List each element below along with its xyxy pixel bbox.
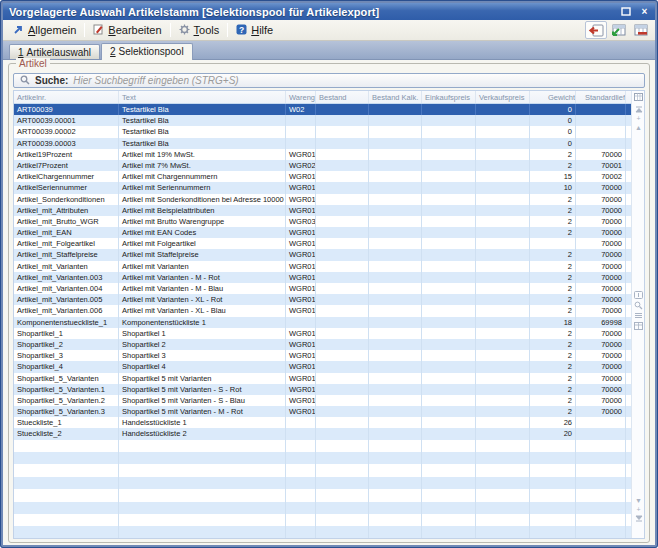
cell-verkaufspreis — [476, 249, 530, 260]
table-row[interactable]: Artikel19ProzentArtikel mit 19% MwSt.WGR… — [14, 149, 644, 160]
search-rail-icon[interactable] — [634, 301, 643, 310]
cell-bestand_kalk — [369, 328, 422, 339]
cell-text: Artikel mit Seriennummern — [119, 182, 286, 193]
column-header-wareng[interactable]: Wareng — [286, 91, 316, 103]
table-row[interactable]: Shopartikel_3Shopartikel 3WGR01270000 — [14, 350, 644, 361]
cell-bestand — [316, 395, 369, 406]
table-row[interactable]: Shopartikel_5_VariantenShopartikel 5 mit… — [14, 373, 644, 384]
cell-einkaufspreis — [422, 317, 476, 328]
scroll-top-icon[interactable] — [635, 106, 643, 113]
cell-verkaufspreis — [476, 361, 530, 372]
table-row[interactable]: Shopartikel_5_Varianten.3Shopartikel 5 m… — [14, 406, 644, 417]
column-header-bestand[interactable]: Bestand — [316, 91, 369, 103]
column-header-bestand_kalk[interactable]: Bestand Kalk. — [369, 91, 422, 103]
table-row[interactable]: Artikel_mit_StaffelpreiseArtikel mit Sta… — [14, 249, 644, 260]
cell-verkaufspreis — [476, 160, 530, 171]
cell-verkaufspreis — [476, 283, 530, 294]
column-header-einkaufspreis[interactable]: Einkaufspreis — [422, 91, 476, 103]
edit-grid-icon[interactable] — [634, 322, 643, 330]
cell-artikelnr: Artikel_mit_Attributen — [14, 205, 119, 216]
table-row[interactable]: Shopartikel_5_Varianten.1Shopartikel 5 m… — [14, 384, 644, 395]
column-header-standardlief[interactable]: Standardlief — [576, 91, 626, 103]
column-header-verkaufspreis[interactable]: Verkaufspreis — [476, 91, 530, 103]
cell-standardlief: 70000 — [576, 384, 626, 395]
table-row[interactable]: Artikel_mit_Varianten.006Artikel mit Var… — [14, 305, 644, 316]
cell-artikelnr: Shopartikel_4 — [14, 361, 119, 372]
cell-wareng: WGR01 — [286, 384, 316, 395]
table-row[interactable]: ArtikelChargennummerArtikel mit Chargenn… — [14, 171, 644, 182]
list-icon[interactable] — [634, 312, 643, 320]
table-row[interactable]: Artikel_mit_VariantenArtikel mit Variant… — [14, 261, 644, 272]
cell-wareng: WGR02 — [286, 160, 316, 171]
table-row[interactable]: Artikel_mit_FolgeartikelArtikel mit Folg… — [14, 238, 644, 249]
search-input[interactable]: Suche: Hier Suchbegriff eingeben (STRG+S… — [13, 73, 645, 88]
column-header-text[interactable]: Text — [119, 91, 286, 103]
cell-verkaufspreis — [476, 339, 530, 350]
title-bar[interactable]: Vorgelagerte Auswahl Artikelstamm [Selek… — [3, 3, 655, 20]
cell-bestand_kalk — [369, 294, 422, 305]
table-row[interactable]: Artikel_mit_Varianten.003Artikel mit Var… — [14, 272, 644, 283]
table-row[interactable]: ART00039.00003Testartikel Bla0 — [14, 138, 644, 149]
cell-standardlief: 70000 — [576, 205, 626, 216]
column-chooser-icon[interactable] — [634, 93, 643, 101]
table-row[interactable]: Artikel_mit_Varianten.005Artikel mit Var… — [14, 294, 644, 305]
cell-bestand — [316, 406, 369, 417]
table-row[interactable]: Stueckliste_2Handelsstückliste 220 — [14, 428, 644, 439]
menu-bearbeiten[interactable]: Bearbeiten — [87, 22, 167, 39]
artikel-groupbox: Artikel Suche: Hier Suchbegriff eingeben… — [8, 63, 650, 543]
table-row[interactable]: Shopartikel_5_Varianten.2Shopartikel 5 m… — [14, 395, 644, 406]
scroll-bottom-icon[interactable] — [635, 515, 643, 522]
table-row[interactable]: Artikel_mit_AttributenArtikel mit Beispi… — [14, 205, 644, 216]
cell-wareng: WGR03 — [286, 216, 316, 227]
cell-text: Shopartikel 1 — [119, 328, 286, 339]
table-row[interactable]: Stueckliste_1Handelsstückliste 126 — [14, 417, 644, 428]
scroll-up-page-icon[interactable]: + — [636, 115, 640, 122]
cell-bestand_kalk — [369, 361, 422, 372]
empty-row — [14, 489, 644, 501]
table-row[interactable]: Shopartikel_4Shopartikel 4WGR01270000 — [14, 361, 644, 372]
table-row[interactable]: Artikel_mit_Varianten.004Artikel mit Var… — [14, 283, 644, 294]
apply-close-icon[interactable] — [585, 21, 607, 39]
cell-standardlief — [576, 417, 626, 428]
table-row[interactable]: ART00039Testartikel BlaW020 — [14, 104, 644, 115]
export-add-icon[interactable] — [607, 21, 629, 39]
restore-icon[interactable] — [619, 6, 632, 18]
cell-bestand — [316, 428, 369, 439]
cell-gewicht: 2 — [530, 361, 576, 372]
table-row[interactable]: Artikel_SonderkonditionenArtikel mit Son… — [14, 194, 644, 205]
scroll-down-icon[interactable]: ▼ — [635, 497, 642, 504]
table-row[interactable]: Komponentenstueckliste_1Komponentenstück… — [14, 317, 644, 328]
scroll-down-page-icon[interactable]: + — [636, 506, 640, 513]
table-row[interactable]: Artikel_mit_Brutto_WGRArtikel mit Brutto… — [14, 216, 644, 227]
table-row[interactable]: ArtikelSeriennummerArtikel mit Seriennum… — [14, 182, 644, 193]
cell-einkaufspreis — [422, 272, 476, 283]
cell-bestand — [316, 216, 369, 227]
table-row[interactable]: Shopartikel_1Shopartikel 1WGR01270000 — [14, 328, 644, 339]
table-row[interactable]: Shopartikel_2Shopartikel 2WGR01270000 — [14, 339, 644, 350]
table-row[interactable]: Artikel_mit_EANArtikel mit EAN CodesWGR0… — [14, 227, 644, 238]
edit-icon — [93, 24, 104, 37]
article-grid: Artikelnr.TextWarengBestandBestand Kalk.… — [13, 90, 645, 539]
column-header-artikelnr[interactable]: Artikelnr. — [14, 91, 119, 103]
cell-gewicht: 2 — [530, 194, 576, 205]
cell-standardlief: 70000 — [576, 294, 626, 305]
cell-einkaufspreis — [422, 205, 476, 216]
cell-bestand_kalk — [369, 160, 422, 171]
table-row[interactable]: ART00039.00001Testartikel Bla0 — [14, 115, 644, 126]
cell-text: Artikel mit Varianten - XL - Blau — [119, 305, 286, 316]
tab-artikelauswahl[interactable]: 1Artikelauswahl — [9, 44, 100, 59]
cell-gewicht: 2 — [530, 216, 576, 227]
close-icon[interactable]: × — [638, 6, 651, 18]
cell-wareng: WGR01 — [286, 294, 316, 305]
menu-hilfe[interactable]: ? Hilfe — [230, 22, 279, 39]
table-row[interactable]: Artikel7ProzentArtikel mit 7% MwSt.WGR02… — [14, 160, 644, 171]
menu-allgemein[interactable]: Allgemein — [7, 22, 82, 39]
export-remove-icon[interactable] — [629, 21, 651, 39]
table-row[interactable]: ART00039.00002Testartikel Bla0 — [14, 126, 644, 137]
column-header-gewicht[interactable]: Gewicht — [530, 91, 576, 103]
details-icon[interactable] — [634, 291, 643, 299]
menu-tools[interactable]: Tools — [173, 22, 226, 39]
cell-gewicht: 2 — [530, 205, 576, 216]
scroll-up-icon[interactable]: ▲ — [635, 124, 642, 131]
tab-selektionspool[interactable]: 2Selektionspool — [101, 43, 193, 60]
